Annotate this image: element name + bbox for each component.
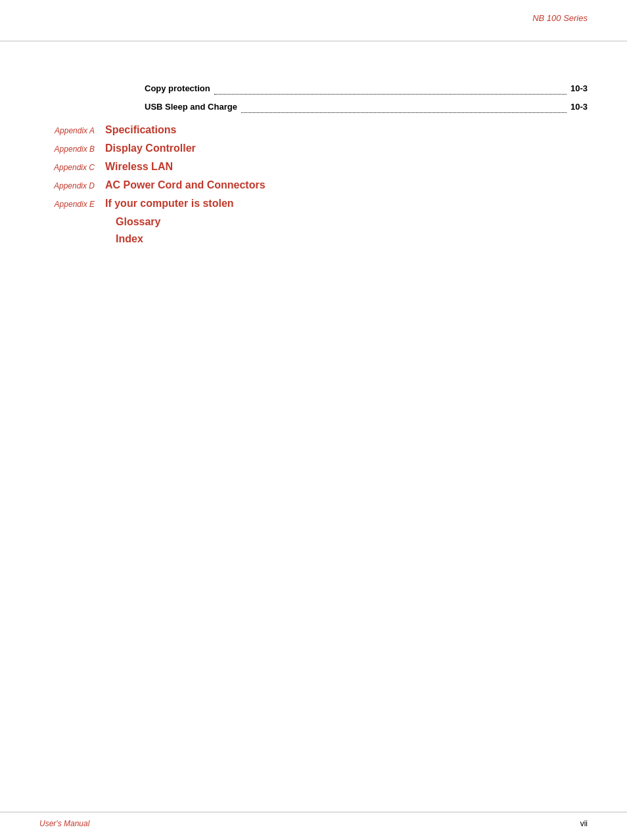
appendix-label-a: Appendix A <box>39 126 105 135</box>
toc-label-usb-sleep: USB Sleep and Charge <box>145 102 237 112</box>
appendix-title-e: If your computer is stolen <box>105 198 234 210</box>
footer: User's Manual vii <box>0 819 627 828</box>
toc-appendix-section: Appendix A Specifications Appendix B Dis… <box>39 124 588 210</box>
appendix-title-b: Display Controller <box>105 143 196 154</box>
footer-right: vii <box>580 819 588 828</box>
toc-plain-section: Glossary Index <box>39 216 588 245</box>
plain-title-glossary: Glossary <box>116 216 160 228</box>
toc-page-copy-protection: 10-3 <box>570 83 588 93</box>
header: NB 100 Series <box>0 0 627 30</box>
toc-row-usb-sleep: USB Sleep and Charge 10-3 <box>39 100 588 115</box>
appendix-label-e: Appendix E <box>39 200 105 209</box>
plain-row-index: Index <box>39 233 588 245</box>
appendix-row-c: Appendix C Wireless LAN <box>39 161 588 173</box>
appendix-title-c: Wireless LAN <box>105 161 173 173</box>
main-content: Copy protection 10-3 USB Sleep and Charg… <box>0 30 627 840</box>
bottom-rule <box>0 812 627 812</box>
toc-dots-copy-protection <box>214 82 567 95</box>
appendix-title-a: Specifications <box>105 124 176 136</box>
toc-row-copy-protection: Copy protection 10-3 <box>39 82 588 97</box>
page-container: NB 100 Series Copy protection 10-3 USB S… <box>0 0 627 840</box>
toc-dots-usb-sleep <box>241 100 567 113</box>
appendix-label-d: Appendix D <box>39 181 105 190</box>
appendix-label-b: Appendix B <box>39 144 105 154</box>
appendix-row-a: Appendix A Specifications <box>39 124 588 136</box>
appendix-row-d: Appendix D AC Power Cord and Connectors <box>39 179 588 191</box>
footer-left: User's Manual <box>39 819 89 828</box>
appendix-row-b: Appendix B Display Controller <box>39 143 588 154</box>
toc-page-usb-sleep: 10-3 <box>570 102 588 112</box>
appendix-row-e: Appendix E If your computer is stolen <box>39 198 588 210</box>
plain-title-index: Index <box>116 233 143 245</box>
appendix-label-c: Appendix C <box>39 163 105 172</box>
header-title: NB 100 Series <box>532 13 588 23</box>
toc-dotted-section: Copy protection 10-3 USB Sleep and Charg… <box>39 82 588 115</box>
plain-row-glossary: Glossary <box>39 216 588 228</box>
top-rule <box>0 41 627 41</box>
appendix-title-d: AC Power Cord and Connectors <box>105 179 266 191</box>
toc-label-copy-protection: Copy protection <box>145 83 210 93</box>
